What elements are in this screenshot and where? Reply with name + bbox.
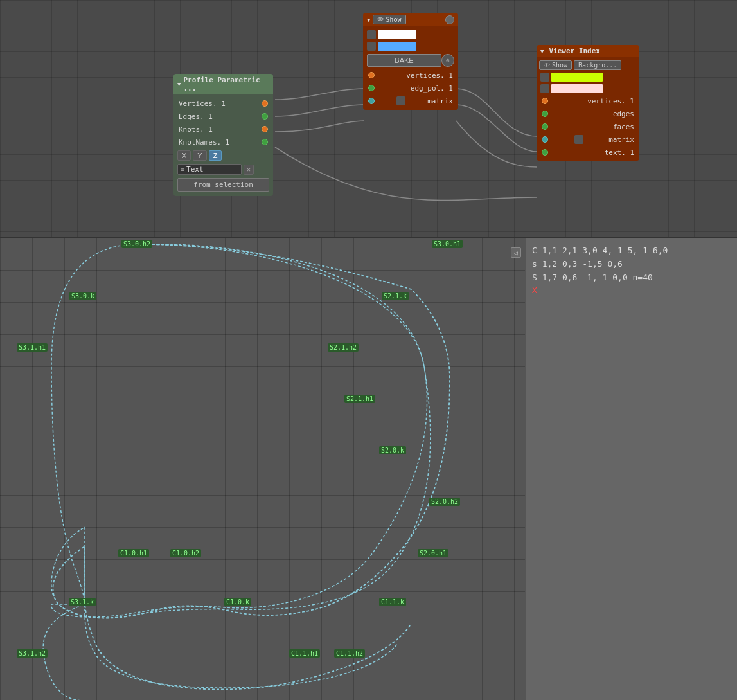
input-edg-pol: edg_pol. 1 — [363, 82, 458, 94]
node-profile-parametric: ▼ Profile Parametric ... Vertices. 1 Edg… — [173, 74, 273, 196]
vi-input-faces: faces — [537, 120, 639, 133]
label-S2.0.k: S2.0.k — [379, 446, 406, 454]
viewer-show-row: 👁 Show — [373, 15, 454, 24]
label-S3.1.h1: S3.1.h1 — [17, 343, 48, 352]
right-panel-line-2: s 1,2 0,3 -1,5 0,6 — [532, 258, 731, 271]
output-edges: Edges. 1 — [173, 110, 273, 123]
socket-vertices-in[interactable] — [368, 72, 375, 78]
red-x-mark: X — [532, 285, 537, 295]
label-S2.0.h2: S2.0.h2 — [429, 498, 460, 506]
node-viewer-header: ▼ 👁 Show — [363, 13, 458, 26]
vi-swatch-yellow[interactable] — [551, 73, 603, 82]
eye-icon: 👁 — [377, 16, 384, 23]
vi-input-vertices: vertices. 1 — [537, 94, 639, 107]
vi-socket-vertices[interactable] — [542, 98, 548, 104]
node-viewer-body: BAKE ⚙ vertices. 1 edg_pol. 1 matrix — [363, 26, 458, 110]
right-panel: C 1,1 2,1 3,0 4,-1 5,-1 6,0 s 1,2 0,3 -1… — [525, 238, 737, 700]
text-input-value: Text — [186, 165, 204, 174]
label-S3.0.k: S3.0.k — [69, 292, 96, 300]
right-panel-line-4: X — [532, 284, 731, 298]
output-knots-label: Knots. 1 — [179, 125, 213, 134]
vi-edges-label: edges — [613, 110, 634, 118]
vi-matrix-icon — [574, 135, 583, 144]
vi-swatch-pink[interactable] — [551, 84, 603, 93]
socket-knotnames-out[interactable] — [262, 139, 268, 145]
output-vertices: Vertices. 1 — [173, 97, 273, 110]
label-S2.1.h2: S2.1.h2 — [328, 343, 359, 352]
node-profile-title: Profile Parametric ... — [183, 76, 269, 93]
viewer-index-header: ▼ Viewer Index — [537, 45, 639, 57]
y-button[interactable]: Y — [193, 150, 206, 161]
vi-socket-matrix[interactable] — [542, 136, 548, 143]
bake-row: BAKE ⚙ — [363, 52, 458, 69]
vi-swatch-row-1 — [537, 71, 639, 83]
text-clear-button[interactable]: ✕ — [244, 165, 254, 175]
vi-swatch-row-2 — [537, 83, 639, 94]
input-vertices: vertices. 1 — [363, 69, 458, 82]
vi-socket-text[interactable] — [542, 149, 548, 156]
text-input-field[interactable]: ≡ Text — [177, 164, 242, 175]
label-S3.1.h2: S3.1.h2 — [17, 649, 48, 658]
label-C1.1.h2: C1.1.h2 — [334, 649, 365, 658]
label-S2.0.h1: S2.0.h1 — [418, 549, 448, 557]
z-button[interactable]: Z — [209, 150, 222, 161]
viewer-index-eye-icon: 👁 — [544, 62, 550, 69]
vi-matrix-label: matrix — [608, 136, 634, 144]
viewport: ◁ S3.0.h2 S3.0.h1 S3.0.k S2.1.k S3.1.h1 … — [0, 238, 737, 700]
label-S3.0.h1: S3.0.h1 — [432, 240, 463, 248]
socket-knots-out[interactable] — [262, 126, 268, 132]
output-knotnames-label: KnotNames. 1 — [179, 138, 229, 147]
vi-socket-edges[interactable] — [542, 111, 548, 117]
text-icon: ≡ — [181, 166, 184, 173]
viewer-index-body: 👁 Show Backgro... vertices. 1 — [537, 57, 639, 161]
vi-text-label: text. 1 — [605, 148, 634, 157]
vi-vertices-label: vertices. 1 — [587, 97, 634, 105]
viewer-index-show-button[interactable]: 👁 Show — [539, 60, 572, 70]
viewport-nav-button[interactable]: ◁ — [511, 247, 521, 258]
viewer-index-collapse[interactable]: ▼ — [540, 48, 544, 55]
vi-socket-faces[interactable] — [542, 123, 548, 130]
label-S2.1.h1: S2.1.h1 — [344, 395, 375, 403]
node-viewer-index: ▼ Viewer Index 👁 Show Backgro... — [537, 45, 639, 161]
viewer-index-background-label: Backgro... — [578, 62, 617, 69]
from-selection-button[interactable]: from selection — [177, 178, 269, 192]
color-swatch-blue[interactable] — [378, 42, 416, 51]
vi-input-text: text. 1 — [537, 146, 639, 159]
viewer-index-show-label: Show — [552, 62, 567, 69]
right-panel-line-1: C 1,1 2,1 3,0 4,-1 5,-1 6,0 — [532, 244, 731, 258]
collapse-triangle[interactable]: ▼ — [177, 81, 181, 87]
viewer-index-background-button[interactable]: Backgro... — [574, 60, 621, 70]
input-matrix-label: matrix — [427, 97, 453, 105]
input-edgpol-label: edg_pol. 1 — [411, 84, 453, 93]
matrix-icon — [396, 96, 405, 105]
y-axis-line — [85, 238, 85, 700]
swatch-row-2 — [363, 40, 458, 52]
output-knotnames: KnotNames. 1 — [173, 136, 273, 148]
socket-edges-out[interactable] — [262, 113, 268, 120]
color-swatch-white[interactable] — [378, 30, 416, 39]
viewer-show-button[interactable]: 👁 Show — [373, 15, 405, 24]
label-C1.1.h1: C1.1.h1 — [289, 649, 320, 658]
label-S2.1.k: S2.1.k — [382, 292, 409, 300]
node-editor: ▼ Profile Parametric ... Vertices. 1 Edg… — [0, 0, 737, 238]
socket-edgpol-in[interactable] — [368, 85, 375, 91]
bake-label: BAKE — [395, 57, 413, 64]
node-profile-body: Vertices. 1 Edges. 1 Knots. 1 KnotNames.… — [173, 94, 273, 196]
viewer-index-buttons-row: 👁 Show Backgro... — [537, 59, 639, 71]
viewer-collapse[interactable]: ▼ — [367, 17, 370, 23]
x-button[interactable]: X — [177, 150, 191, 161]
right-panel-text: C 1,1 2,1 3,0 4,-1 5,-1 6,0 s 1,2 0,3 -1… — [532, 244, 731, 298]
output-edges-label: Edges. 1 — [179, 112, 213, 121]
viewer-toggle[interactable] — [445, 15, 454, 24]
bake-settings-icon[interactable]: ⚙ — [441, 54, 454, 67]
from-selection-label: from selection — [193, 181, 253, 189]
vi-input-edges: edges — [537, 107, 639, 120]
bake-button[interactable]: BAKE — [367, 54, 441, 67]
vi-input-matrix: matrix — [537, 133, 639, 146]
socket-vertices-out[interactable] — [262, 100, 268, 107]
xyz-buttons-row: X Y Z — [173, 148, 273, 163]
vi-swatch-icon-2 — [540, 84, 549, 93]
socket-matrix-in[interactable] — [368, 98, 375, 104]
input-vertices-label: vertices. 1 — [406, 71, 453, 80]
label-S3.0.h2: S3.0.h2 — [121, 240, 152, 248]
